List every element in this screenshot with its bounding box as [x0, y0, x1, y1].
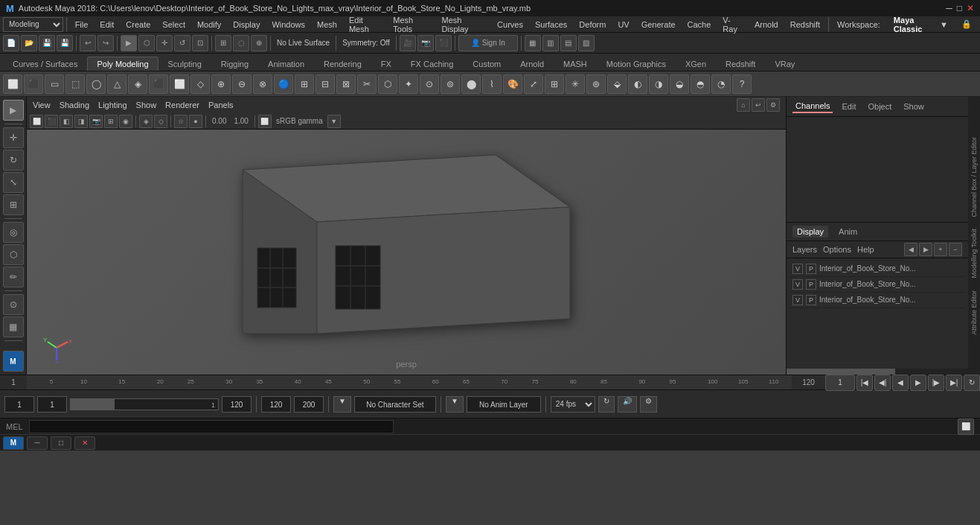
separate-icon[interactable]: ⊖ [232, 74, 252, 94]
tab-rigging[interactable]: Rigging [211, 57, 258, 71]
menu-modify[interactable]: Modify [192, 19, 226, 31]
menu-surfaces[interactable]: Surfaces [530, 19, 572, 31]
snap-obj-btn[interactable]: ⊙ [3, 294, 24, 315]
edge-channel-box[interactable]: Channel Box / Layer Editor [969, 131, 979, 223]
combine-icon[interactable]: ⊕ [211, 74, 231, 94]
save-btn[interactable]: 💾 [39, 35, 55, 51]
select-arrow-btn[interactable]: ▶ [3, 100, 24, 121]
render3-btn[interactable]: ⬛ [435, 35, 452, 51]
bridge-icon[interactable]: ⬜ [170, 74, 189, 94]
mode-selector[interactable]: Modeling Rigging Animation [3, 17, 63, 32]
help-label[interactable]: Help [857, 245, 874, 254]
edit-tab[interactable]: Edit [839, 101, 859, 112]
display-tab[interactable]: Display [792, 226, 828, 238]
scale-btn[interactable]: ⤡ [3, 172, 24, 193]
scale-tool[interactable]: ⊡ [192, 35, 208, 51]
universal-btn[interactable]: ⊞ [3, 194, 24, 215]
menu-generate[interactable]: Generate [636, 19, 681, 31]
layer-v-3[interactable]: V [792, 295, 803, 305]
edge-attribute[interactable]: Attribute Editor [969, 284, 979, 341]
question-icon[interactable]: ? [732, 74, 752, 94]
deform-icon[interactable]: ⤢ [524, 74, 543, 94]
tab-poly-modeling[interactable]: Poly Modeling [87, 57, 158, 71]
vp-iso-btn[interactable]: ◈ [139, 115, 153, 128]
no-anim-layer-btn[interactable]: ▼ [446, 396, 464, 413]
tab-animation[interactable]: Animation [258, 57, 314, 71]
subdiv-icon[interactable]: ◈ [128, 74, 147, 94]
close-btn[interactable]: ✕ [967, 3, 974, 13]
layout-btn[interactable]: ▦ [3, 316, 24, 337]
lattice-icon[interactable]: ⊞ [545, 74, 564, 94]
tab-custom[interactable]: Custom [463, 57, 510, 71]
vp-undo-cam-btn[interactable]: ↩ [752, 98, 765, 112]
pb-loop[interactable]: ↻ [964, 375, 980, 391]
layer-v-2[interactable]: V [792, 279, 803, 290]
vp-menu-view[interactable]: View [33, 101, 51, 109]
vp-texture-btn[interactable]: ◧ [60, 115, 73, 128]
vp-menu-show[interactable]: Show [136, 101, 157, 109]
vp-camera-settings-btn[interactable]: ⚙ [766, 98, 780, 112]
redo-btn[interactable]: ↪ [97, 35, 114, 51]
tab-arnold[interactable]: Arnold [510, 57, 554, 71]
vp-menu-shading[interactable]: Shading [60, 101, 89, 109]
settings-btn[interactable]: ⚙ [640, 396, 657, 413]
layer-row-3[interactable]: V P Interior_of_Book_Store_No... [790, 293, 965, 308]
menu-redshift[interactable]: Redshift [785, 19, 825, 31]
boolean-icon[interactable]: ⊗ [253, 74, 272, 94]
layout4[interactable]: ▧ [578, 35, 595, 51]
vp-cam-btn[interactable]: 📷 [89, 115, 103, 128]
timeline-bar[interactable]: 5 10 15 20 25 30 35 40 45 50 55 60 65 70… [27, 375, 792, 389]
layer-add-btn[interactable]: + [934, 243, 947, 256]
menu-edit-mesh[interactable]: Edit Mesh [344, 14, 386, 35]
menu-cache[interactable]: Cache [682, 19, 717, 31]
menu-windows[interactable]: Windows [266, 19, 310, 31]
target-weld-icon[interactable]: ⊚ [441, 74, 460, 94]
poly-extrude-icon[interactable]: ⬛ [149, 74, 168, 94]
pb-go-start[interactable]: |◀ [856, 375, 873, 391]
pb-go-end[interactable]: ▶| [946, 375, 962, 391]
vp-smooth-btn[interactable]: ⬛ [45, 115, 58, 128]
snap-grid[interactable]: ⊞ [215, 35, 231, 51]
win-close[interactable]: ✕ [74, 436, 95, 450]
vp-menu-renderer[interactable]: Renderer [165, 101, 199, 109]
pb-play[interactable]: ▶ [910, 375, 926, 391]
vp-persp-btn[interactable]: ◇ [154, 115, 167, 128]
poly-plane-icon[interactable]: ⬚ [65, 74, 85, 94]
pb-back[interactable]: ◀ [892, 375, 909, 391]
sculpt-icon[interactable]: ⬙ [607, 74, 627, 94]
new-btn[interactable]: 📄 [3, 35, 19, 51]
maya-win-btn[interactable]: M [3, 436, 24, 450]
poly-cone-icon[interactable]: △ [107, 74, 126, 94]
tab-sculpting[interactable]: Sculpting [158, 57, 211, 71]
layer-p-2[interactable]: P [806, 279, 816, 290]
layer-row-1[interactable]: V P Interior_of_Book_Store_No... [790, 261, 965, 277]
snap-curve[interactable]: ◌ [233, 35, 249, 51]
tab-redshift[interactable]: Redshift [716, 57, 765, 71]
insert-loop-icon[interactable]: ⊞ [295, 74, 314, 94]
show-tab[interactable]: Show [900, 101, 927, 112]
pb-step-back[interactable]: ◀| [874, 375, 891, 391]
soft-select-btn[interactable]: ◎ [3, 222, 24, 243]
layer-prev-btn[interactable]: ◀ [904, 243, 917, 256]
expand-btn[interactable]: ⬜ [958, 419, 974, 435]
lasso-btn[interactable]: ⬡ [3, 244, 24, 265]
layer-next-btn[interactable]: ▶ [919, 243, 932, 256]
pb-step-fwd[interactable]: |▶ [928, 375, 944, 391]
maya-logo-btn[interactable]: M [3, 351, 24, 372]
tab-vray[interactable]: VRay [765, 57, 804, 71]
menu-select[interactable]: Select [157, 19, 190, 31]
channels-tab[interactable]: Channels [792, 100, 833, 113]
move-btn[interactable]: ✛ [3, 127, 24, 148]
menu-mesh[interactable]: Mesh [312, 19, 342, 31]
layer-remove-btn[interactable]: − [949, 243, 962, 256]
layout2[interactable]: ▥ [542, 35, 559, 51]
merge-icon[interactable]: ⬤ [461, 74, 481, 94]
crease-icon[interactable]: ⌇ [482, 74, 502, 94]
paint-sel-btn[interactable]: ✏ [3, 267, 24, 287]
save-as-btn[interactable]: 💾 [57, 35, 73, 51]
rivet-icon[interactable]: ◔ [711, 74, 731, 94]
workspace-dropdown[interactable]: ▼ [935, 19, 953, 31]
anim-tab[interactable]: Anim [834, 226, 862, 238]
tab-motion-graphics[interactable]: Motion Graphics [597, 57, 676, 71]
tab-fx-caching[interactable]: FX Caching [401, 57, 463, 71]
